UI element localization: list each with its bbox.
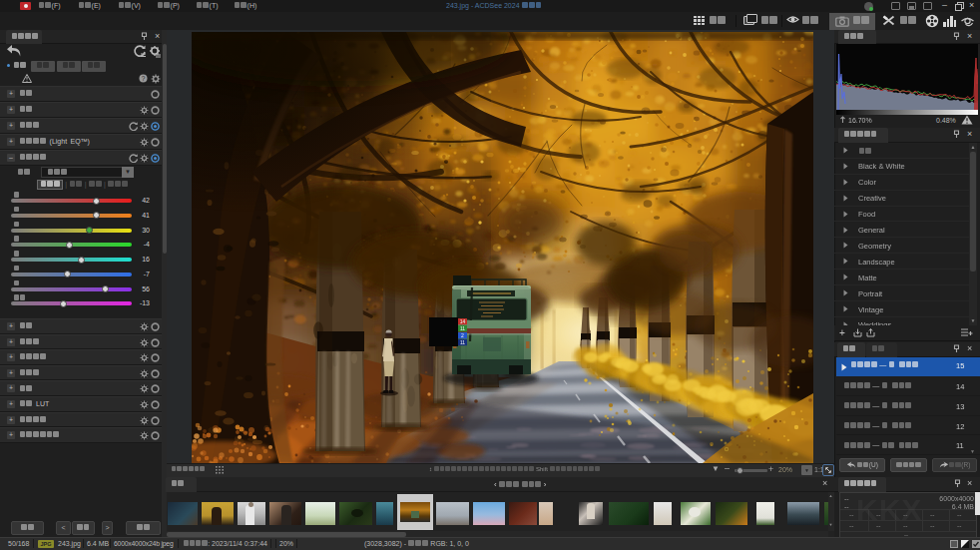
svg-text:11: 11 [460, 325, 465, 331]
svg-text:11: 11 [460, 339, 465, 345]
svg-text:14: 14 [460, 318, 466, 324]
svg-text:2: 2 [461, 332, 464, 338]
svg-text:?: ? [142, 75, 146, 82]
